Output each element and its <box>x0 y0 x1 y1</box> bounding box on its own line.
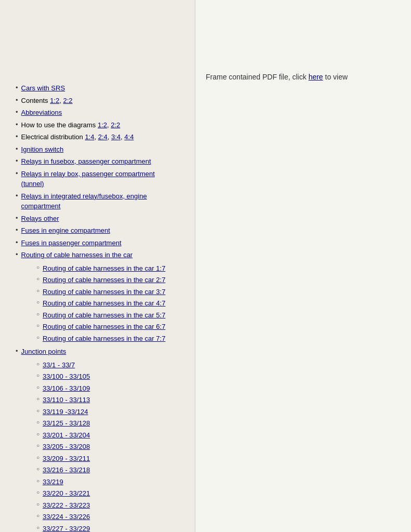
left-panel: Cars with SRS Contents 1:2, 2:2 Abbrevia… <box>0 0 195 532</box>
relays-integrated-link-2[interactable]: compartment <box>21 201 147 211</box>
sub-item-jp-33-1-33-7: 33/1 - 33/7 <box>36 360 184 370</box>
sub-item-jp-33-222-33-223: 33/222 - 33/223 <box>36 500 184 511</box>
sub-item-jp-33-227-33-229: 33/227 - 33/229 <box>36 524 184 533</box>
sub-item-routing-3-7: Routing of cable harnesses in the car 3:… <box>36 287 184 297</box>
list-item-relays-relay-box-passenger: Relays in relay box, passenger compartme… <box>16 169 184 189</box>
list-item-fuses-engine: Fuses in engine compartment <box>16 225 184 236</box>
relays-relay-box-link-2[interactable]: (tunnel) <box>21 179 155 189</box>
routing-1-7-link[interactable]: Routing of cable harnesses in the car 1:… <box>43 263 165 274</box>
electrical-dist-link-1-4[interactable]: 1:4 <box>85 133 94 141</box>
sub-item-routing-1-7: Routing of cable harnesses in the car 1:… <box>36 263 184 274</box>
electrical-dist-text: Electrical distribution 1:4, 2:4, 3:4, 4… <box>21 132 134 142</box>
jp-33-110-33-113-link[interactable]: 33/110 - 33/113 <box>43 395 90 405</box>
routing-3-7-link[interactable]: Routing of cable harnesses in the car 3:… <box>43 287 165 297</box>
relays-other-link[interactable]: Relays other <box>21 214 59 224</box>
pdf-here-link[interactable]: here <box>309 73 323 81</box>
routing-text: Routing of cable harnesses in the car <box>21 250 133 260</box>
jp-33-125-33-128-link[interactable]: 33/125 - 33/128 <box>43 418 90 429</box>
list-item-contents: Contents 1:2, 2:2 <box>16 96 184 106</box>
sub-item-jp-33-220-33-221: 33/220 - 33/221 <box>36 488 184 499</box>
jp-33-227-33-229-link[interactable]: 33/227 - 33/229 <box>43 524 90 533</box>
jp-33-205-33-208-link[interactable]: 33/205 - 33/208 <box>43 442 90 452</box>
sub-item-jp-33-106-33-109: 33/106 - 33/109 <box>36 383 184 394</box>
jp-33-219-link[interactable]: 33/219 <box>43 477 63 487</box>
relays-integrated-text: Relays in integrated relay/fusebox, engi… <box>21 191 147 211</box>
list-item-how-to-use: How to use the diagrams 1:2, 2:2 <box>16 120 184 130</box>
contents-link-2-2[interactable]: 2:2 <box>63 97 73 104</box>
jp-33-209-33-211-link[interactable]: 33/209 - 33/211 <box>43 454 90 464</box>
sub-item-routing-7-7: Routing of cable harnesses in the car 7:… <box>36 334 184 344</box>
contents-link-1-2[interactable]: 1:2 <box>50 97 59 104</box>
abbreviations-link[interactable]: Abbreviations <box>21 108 62 118</box>
jp-33-222-33-223-link[interactable]: 33/222 - 33/223 <box>43 500 90 511</box>
pdf-message: Frame contained PDF file, click here to … <box>206 73 401 81</box>
jp-33-220-33-221-link[interactable]: 33/220 - 33/221 <box>43 488 90 499</box>
fuses-passenger-link[interactable]: Fuses in passenger compartment <box>21 238 122 248</box>
electrical-dist-link-4-4[interactable]: 4:4 <box>124 133 134 141</box>
junction-points-list: Junction points <box>16 347 184 357</box>
contents-text: Contents 1:2, 2:2 <box>21 96 73 106</box>
relays-integrated-link[interactable]: Relays in integrated relay/fusebox, engi… <box>21 191 147 202</box>
routing-2-7-link[interactable]: Routing of cable harnesses in the car 2:… <box>43 275 165 285</box>
jp-33-216-33-218-link[interactable]: 33/216 - 33/218 <box>43 465 90 475</box>
relays-relay-box-text: Relays in relay box, passenger compartme… <box>21 169 155 189</box>
junction-points-sub-list: 33/1 - 33/7 33/100 - 33/105 33/106 - 33/… <box>36 360 184 533</box>
right-panel: Frame contained PDF file, click here to … <box>195 0 411 532</box>
electrical-dist-link-2-4[interactable]: 2:4 <box>98 133 108 141</box>
sub-item-routing-6-7: Routing of cable harnesses in the car 6:… <box>36 322 184 332</box>
jp-33-201-33-204-link[interactable]: 33/201 - 33/204 <box>43 430 90 441</box>
sub-item-jp-33-216-33-218: 33/216 - 33/218 <box>36 465 184 475</box>
list-item-electrical-distribution: Electrical distribution 1:4, 2:4, 3:4, 4… <box>16 132 184 142</box>
routing-cable-harnesses-link[interactable]: Routing of cable harnesses in the car <box>21 250 133 260</box>
jp-33-106-33-109-link[interactable]: 33/106 - 33/109 <box>43 383 90 394</box>
fuses-engine-link[interactable]: Fuses in engine compartment <box>21 225 110 236</box>
pdf-message-suffix: to view <box>323 73 348 81</box>
sub-item-jp-33-205-33-208: 33/205 - 33/208 <box>36 442 184 452</box>
sub-item-jp-33-110-33-113: 33/110 - 33/113 <box>36 395 184 405</box>
routing-5-7-link[interactable]: Routing of cable harnesses in the car 5:… <box>43 310 165 321</box>
sub-item-jp-33-209-33-211: 33/209 - 33/211 <box>36 454 184 464</box>
sub-item-routing-5-7: Routing of cable harnesses in the car 5:… <box>36 310 184 321</box>
sub-item-routing-4-7: Routing of cable harnesses in the car 4:… <box>36 298 184 309</box>
list-item-abbreviations: Abbreviations <box>16 108 184 118</box>
relays-relay-box-link[interactable]: Relays in relay box, passenger compartme… <box>21 169 155 179</box>
sub-item-jp-33-219: 33/219 <box>36 477 184 487</box>
how-to-use-link-1-2[interactable]: 1:2 <box>98 121 107 129</box>
list-item-relays-integrated: Relays in integrated relay/fusebox, engi… <box>16 191 184 211</box>
jp-33-1-33-7-link[interactable]: 33/1 - 33/7 <box>43 360 75 370</box>
junction-points-link[interactable]: Junction points <box>21 347 67 357</box>
list-item-cars-with-srs: Cars with SRS <box>16 83 184 94</box>
ignition-switch-link[interactable]: Ignition switch <box>21 144 64 155</box>
routing-7-7-link[interactable]: Routing of cable harnesses in the car 7:… <box>43 334 165 344</box>
pdf-message-prefix: Frame contained PDF file, click <box>206 73 309 81</box>
jp-33-224-33-226-link[interactable]: 33/224 - 33/226 <box>43 512 90 522</box>
list-item-relays-fusebox-passenger: Relays in fusebox, passenger compartment <box>16 156 184 167</box>
sub-item-jp-33-119-33-124: 33/119 -33/124 <box>36 407 184 417</box>
electrical-dist-link-3-4[interactable]: 3:4 <box>111 133 121 141</box>
list-item-routing-cable-harnesses: Routing of cable harnesses in the car <box>16 250 184 260</box>
sub-item-jp-33-201-33-204: 33/201 - 33/204 <box>36 430 184 441</box>
jp-33-119-33-124-link[interactable]: 33/119 -33/124 <box>43 407 88 417</box>
routing-4-7-link[interactable]: Routing of cable harnesses in the car 4:… <box>43 298 165 309</box>
how-to-use-link-2-2[interactable]: 2:2 <box>111 121 120 129</box>
routing-sub-list: Routing of cable harnesses in the car 1:… <box>36 263 184 344</box>
cars-with-srs-link[interactable]: Cars with SRS <box>21 83 65 94</box>
list-item-fuses-passenger: Fuses in passenger compartment <box>16 238 184 248</box>
relays-fusebox-passenger-link[interactable]: Relays in fusebox, passenger compartment <box>21 156 151 167</box>
list-item-relays-other: Relays other <box>16 214 184 224</box>
sub-item-jp-33-100-33-105: 33/100 - 33/105 <box>36 371 184 382</box>
jp-33-100-33-105-link[interactable]: 33/100 - 33/105 <box>43 371 90 382</box>
sub-item-jp-33-224-33-226: 33/224 - 33/226 <box>36 512 184 522</box>
how-to-use-text: How to use the diagrams 1:2, 2:2 <box>21 120 121 130</box>
list-item-junction-points: Junction points <box>16 347 184 357</box>
navigation-list: Cars with SRS Contents 1:2, 2:2 Abbrevia… <box>16 83 184 260</box>
list-item-ignition-switch: Ignition switch <box>16 144 184 155</box>
sub-item-jp-33-125-33-128: 33/125 - 33/128 <box>36 418 184 429</box>
sub-item-routing-2-7: Routing of cable harnesses in the car 2:… <box>36 275 184 285</box>
routing-6-7-link[interactable]: Routing of cable harnesses in the car 6:… <box>43 322 165 332</box>
